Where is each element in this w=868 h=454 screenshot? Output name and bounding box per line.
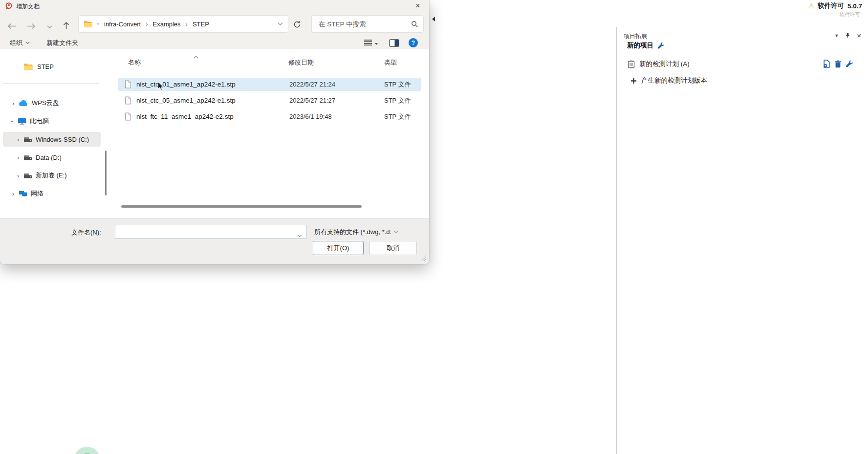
filetype-dropdown[interactable]: 所有支持的文件 (*.dwg, *.d: [311,225,418,239]
panel-divider [616,27,617,454]
up-button[interactable] [60,20,72,32]
breadcrumb-dash [97,23,99,24]
dialog-footer: 文件名(N): 所有支持的文件 (*.dwg, *.d: 打开(O) 取消 [0,218,429,264]
column-header-date[interactable]: 修改日期 [288,58,314,67]
filename-input[interactable] [115,225,306,238]
project-settings-wrench-icon[interactable] [657,42,665,49]
sidebar-item-step[interactable]: STEP [23,60,54,73]
app-logo-icon [5,2,13,10]
view-mode-chevron-icon [375,43,378,45]
project-name: 新的项目 [627,41,653,50]
sidebar-item-drive-e[interactable]: › 新加卷 (E:) [3,168,101,183]
drive-icon [23,173,32,179]
license-badge[interactable]: ⚠ 软件许可 5.0.7 [808,1,862,10]
breadcrumb-item-infra-convert[interactable]: infra-Convert [103,21,142,28]
new-folder-button[interactable]: 新建文件夹 [46,39,78,47]
sidebar-item-this-pc[interactable]: › 此电脑 [3,114,101,129]
new-folder-label: 新建文件夹 [46,39,78,47]
version-label: 5.0.7 [847,2,862,10]
sidebar-network-label: 网络 [31,189,43,198]
inspection-plan-item[interactable]: 新的检测计划 (A) [628,60,690,68]
back-button[interactable] [6,20,18,32]
license-label: 软件许可 [818,1,844,10]
dialog-title: 增加文档 [16,2,40,11]
forward-button[interactable] [25,20,37,32]
resize-grip[interactable] [420,255,426,261]
file-row[interactable]: nist_ftc_11_asme1_ap242-e2.stp 2023/6/1 … [118,110,421,123]
panel-close-icon[interactable]: × [857,32,861,39]
file-date: 2022/5/27 21:27 [289,94,335,107]
file-row[interactable]: nist_ctc_05_asme1_ap242-e1.stp 2022/5/27… [118,94,421,107]
sidebar-wps-label: WPS云盘 [32,99,59,108]
cancel-button[interactable]: 取消 [369,241,417,255]
sidebar-drive-d-label: Data (D:) [36,154,62,161]
help-button[interactable]: ? [409,38,418,47]
breadcrumb-item-step[interactable]: STEP [192,21,210,28]
drive-icon [23,136,32,143]
mouse-cursor [157,81,164,93]
screen: ⚠ 软件许可 5.0.7 软件许可: 项目拓展 ▼ × 新的项目 新的检测计划 … [0,0,868,454]
sidebar-scrollbar[interactable] [105,151,107,195]
breadcrumb-item-examples[interactable]: Examples [152,21,181,28]
license-subtext: 软件许可: [840,11,862,18]
column-header-type[interactable]: 类型 [384,58,397,67]
plus-icon [630,78,637,84]
sidebar-item-network[interactable]: › 网络 [3,186,101,201]
panel-collapse-icon[interactable]: ▼ [834,33,839,39]
dialog-close-icon[interactable]: × [411,0,425,11]
panel-pin-icon[interactable] [845,32,850,39]
filetype-chevron-icon [393,231,398,234]
chevron-right-icon[interactable]: › [15,154,22,161]
search-box [311,15,424,33]
preview-pane-icon [389,39,399,47]
warning-icon: ⚠ [808,2,814,9]
chevron-right-icon[interactable]: › [15,172,22,179]
panel-header-icons: ▼ × [834,32,861,39]
refresh-button[interactable] [291,19,303,30]
chevron-down-icon[interactable]: › [9,118,16,125]
create-plan-version-item[interactable]: 产生新的检测计划版本 [630,76,707,85]
filename-chevron-icon[interactable] [297,231,302,239]
file-name: nist_ctc_05_asme1_ap242-e1.stp [136,94,236,107]
add-document-dialog: 增加文档 × infra-Convert › Examples › STEP [0,0,429,264]
sidebar-item-wps-cloud[interactable]: › WPS云盘 [3,96,101,110]
delete-trash-icon[interactable] [834,60,842,68]
file-name: nist_ftc_11_asme1_ap242-e2.stp [136,110,234,123]
file-type: STP 文件 [384,110,411,123]
sidebar-drive-c-label: Windows-SSD (C:) [36,136,89,143]
organize-label: 组织 [10,39,22,47]
column-header-name[interactable]: 名称 [128,58,141,67]
search-icon [411,21,418,30]
sidebar-step-label: STEP [37,63,54,70]
filetype-value: 所有支持的文件 (*.dwg, *.d: [314,228,391,237]
recent-locations-chevron-icon[interactable] [43,21,55,33]
file-type: STP 文件 [384,78,411,91]
toolbar-divider [429,33,616,33]
preview-pane-button[interactable] [389,39,399,47]
plan-settings-wrench-icon[interactable] [846,60,853,68]
chevron-right-icon[interactable]: › [10,190,17,197]
file-icon [125,112,131,123]
horizontal-scrollbar[interactable] [121,205,362,208]
chevron-right-icon[interactable]: › [15,136,22,143]
collapse-panel-arrow-icon[interactable] [432,17,435,22]
chevron-right-icon[interactable]: › [10,100,17,107]
add-document-icon[interactable] [823,60,830,68]
view-mode-button[interactable] [364,39,378,46]
open-button[interactable]: 打开(O) [313,241,364,255]
sidebar-separator [3,83,99,84]
search-input[interactable] [312,16,423,32]
file-name: nist_ctc_01_asme1_ap242-e1.stp [136,78,236,91]
sidebar-item-drive-c[interactable]: › Windows-SSD (C:) [3,132,101,147]
address-dropdown-chevron-icon[interactable] [278,22,283,26]
folder-icon [23,63,33,70]
filename-combo [115,225,306,239]
drive-icon [23,154,32,161]
organize-button[interactable]: 组织 [10,39,30,47]
create-plan-version-label: 产生新的检测计划版本 [641,76,707,85]
clipboard-icon [628,60,635,68]
sidebar-item-drive-d[interactable]: › Data (D:) [3,150,101,165]
inspection-plan-label: 新的检测计划 (A) [639,60,690,68]
breadcrumb-folder-icon [84,21,92,27]
file-date: 2022/5/27 21:24 [289,78,335,91]
